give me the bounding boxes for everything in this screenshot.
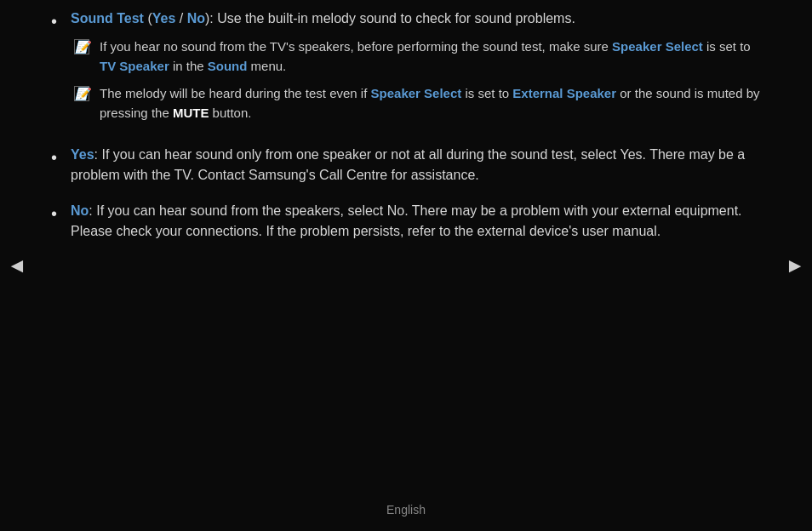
nav-left-arrow[interactable]: ◄ bbox=[7, 250, 27, 281]
yes-label: Yes bbox=[71, 147, 94, 162]
bullet-dot-2: • bbox=[51, 145, 57, 170]
note1-is-set: is set to bbox=[703, 39, 751, 54]
speaker-select-link-2: Speaker Select bbox=[371, 86, 462, 100]
footer-language: English bbox=[386, 503, 426, 517]
speaker-select-link-1: Speaker Select bbox=[612, 39, 703, 54]
note-text-1: If you hear no sound from the TV's speak… bbox=[100, 37, 761, 76]
bullet-dot-1: • bbox=[51, 9, 57, 34]
yes-term: Yes bbox=[152, 11, 176, 26]
list-item-no: • No: If you can hear sound from the spe… bbox=[51, 201, 761, 242]
sound-test-desc: : Use the built-in melody sound to check… bbox=[209, 11, 575, 26]
slash: / bbox=[175, 11, 186, 26]
content-list: • Sound Test (Yes / No): Use the built-i… bbox=[51, 9, 761, 242]
bullet-dot-3: • bbox=[51, 201, 57, 226]
yes-text: : If you can hear sound only from one sp… bbox=[71, 147, 745, 182]
tv-speaker-link: TV Speaker bbox=[100, 59, 169, 73]
sound-test-paragraph: Sound Test (Yes / No): Use the built-in … bbox=[71, 9, 761, 29]
list-item-yes: • Yes: If you can hear sound only from o… bbox=[51, 145, 761, 186]
note-icon-2: 📝 bbox=[74, 86, 89, 101]
note2-text-before: The melody will be heard during the test… bbox=[100, 86, 371, 100]
no-term: No bbox=[187, 11, 205, 26]
note-block-1: 📝 If you hear no sound from the TV's spe… bbox=[74, 37, 761, 76]
sound-link: Sound bbox=[208, 59, 248, 73]
nav-right-arrow[interactable]: ► bbox=[785, 250, 805, 281]
note1-in-the: in the bbox=[169, 59, 208, 73]
list-item-sound-test: • Sound Test (Yes / No): Use the built-i… bbox=[51, 9, 761, 129]
no-text: : If you can hear sound from the speaker… bbox=[71, 203, 742, 238]
yes-paragraph: Yes: If you can hear sound only from one… bbox=[71, 145, 761, 186]
note2-button: button. bbox=[209, 106, 251, 120]
footer: English bbox=[0, 489, 812, 531]
note2-is-set: is set to bbox=[461, 86, 512, 100]
sound-test-term: Sound Test bbox=[71, 11, 144, 26]
note-icon-1: 📝 bbox=[74, 39, 89, 54]
bullet-content-2: Yes: If you can hear sound only from one… bbox=[71, 145, 761, 186]
note-block-2: 📝 The melody will be heard during the te… bbox=[74, 84, 761, 123]
bullet-content-1: Sound Test (Yes / No): Use the built-in … bbox=[71, 9, 761, 129]
bullet-content-3: No: If you can hear sound from the speak… bbox=[71, 201, 761, 242]
note1-text-before: If you hear no sound from the TV's speak… bbox=[100, 39, 612, 54]
no-label: No bbox=[71, 203, 89, 218]
mute-word: MUTE bbox=[173, 106, 209, 120]
external-speaker-link: External Speaker bbox=[512, 86, 616, 100]
note-text-2: The melody will be heard during the test… bbox=[100, 84, 761, 123]
no-paragraph: No: If you can hear sound from the speak… bbox=[71, 201, 761, 242]
note1-menu: menu. bbox=[247, 59, 286, 73]
main-content: • Sound Test (Yes / No): Use the built-i… bbox=[0, 0, 812, 308]
